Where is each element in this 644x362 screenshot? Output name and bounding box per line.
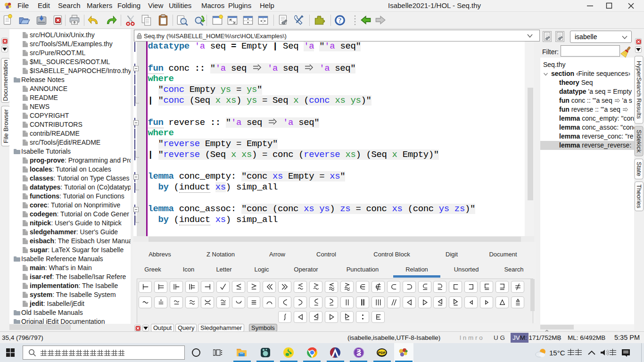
svg-text:PDF: PDF — [378, 351, 386, 355]
svg-text:?: ? — [339, 17, 342, 24]
